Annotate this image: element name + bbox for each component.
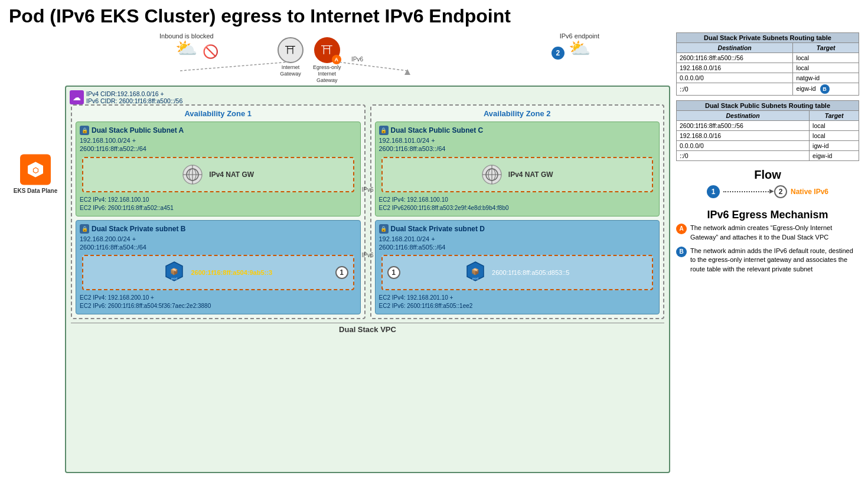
vpc-header: ☁ IPv4 CIDR:192.168.0.0/16 + IPv6 CIDR: …: [70, 90, 182, 104]
subnet-b-header: 🔒 Dual Stack Private subnet B: [80, 224, 357, 234]
nat-gw-c: IPv4 NAT GW: [381, 157, 654, 192]
svg-text:pod: pod: [472, 277, 478, 280]
page-title: Pod (IPv6 EKS Cluster) egress to Interne…: [9, 6, 859, 27]
router-svg-a: [182, 164, 203, 185]
content-area: ⬡ EKS Data Plane Inbound is blocked ⛅ 🚫 …: [9, 32, 859, 473]
vpc-ipv6: IPv6 CIDR: 2600:1f16:8ff:a500::/56: [86, 97, 182, 104]
badge-a-eigw: A: [332, 55, 341, 64]
public-rt-row-3: ::/0 eigw-id: [677, 151, 859, 161]
mechanism-text-b: The network admin adds the IPv6 default …: [690, 247, 859, 274]
private-rt-row-0: 2600:1f16:8ff:a500::/56 local: [677, 53, 859, 63]
vpc-bottom-label: Dual Stack VPC: [71, 323, 664, 334]
public-rt-row-2: 0.0.0.0/0 igw-id: [677, 141, 859, 151]
top-section: Inbound is blocked ⛅ 🚫 IPv6 endpoint ⛅ 2…: [65, 32, 670, 86]
router-svg-c: [481, 164, 502, 185]
svg-line-3: [180, 62, 289, 71]
eigw-icon-wrap: ⛩ A Egress-onlyInternetGateway: [313, 37, 341, 83]
az2-title: Availability Zone 2: [375, 109, 660, 118]
cloud-icon-left: ⛅: [175, 40, 197, 57]
cloud-icon-right: ⛅: [569, 40, 590, 57]
subnet-d-header: 🔒 Dual Stack Private subnet D: [379, 224, 656, 234]
nat-gw-label-a: IPv4 NAT GW: [209, 170, 254, 179]
ec2-private-a: EC2 IPv4: 192.168.200.10 + EC2 IPv6: 260…: [80, 294, 357, 310]
diagram-container: ⬡ EKS Data Plane Inbound is blocked ⛅ 🚫 …: [9, 32, 670, 473]
subnet-c-cidr: 192.168.101.0/24 + 2600:1f16:8ff:a503::/…: [379, 136, 656, 153]
flow-step1: 1: [707, 185, 720, 198]
badge-b-private-rt: B: [820, 84, 830, 94]
egress-mechanism-title: IPv6 Egress Mechanism: [676, 209, 859, 221]
vpc-box: ☁ IPv4 CIDR:192.168.0.0/16 + IPv6 CIDR: …: [65, 86, 670, 473]
igw-icon-wrap: ⛩ InternetGateway: [278, 37, 304, 77]
subnet-c-header: 🔒 Dual Stack Public Subnet C: [379, 126, 656, 135]
eks-data-plane: ⬡ EKS Data Plane: [9, 155, 62, 194]
step1-badge-az1: 1: [335, 266, 348, 279]
vpc-icon: ☁: [70, 90, 84, 104]
badge-b-label: B: [676, 247, 687, 257]
private-rt-row-2: 0.0.0.0/0 natgw-id: [677, 73, 859, 83]
right-panel: Dual Stack Private Subnets Routing table…: [676, 32, 859, 473]
lock-icon-d: 🔒: [379, 224, 389, 234]
pod-icon-d: 📦 pod: [465, 261, 486, 284]
subnet-b-name: Dual Stack Private subnet B: [92, 225, 185, 233]
az-columns: Availability Zone 1 🔒 Dual Stack Public …: [71, 104, 664, 319]
az1-title: Availability Zone 1: [76, 109, 361, 118]
subnet-b-cidr: 192.168.200.0/24 + 2600:1f16:8ff:a504::/…: [80, 235, 357, 252]
flow-section: Flow 1 2 Native IPv6: [676, 168, 859, 201]
nat-gw-label-c: IPv4 NAT GW: [508, 170, 553, 179]
svg-marker-5: [404, 69, 410, 75]
vpc-ipv4: IPv4 CIDR:192.168.0.0/16 +: [86, 90, 182, 97]
private-routing-table: Dual Stack Private Subnets Routing table…: [676, 32, 859, 96]
ipv6-top-label: IPv6: [351, 56, 363, 63]
mechanism-text-a: The network admin creates “Egress-Only I…: [690, 224, 859, 242]
pod-icon-a: 📦 pod: [164, 261, 185, 284]
igw-label: InternetGateway: [280, 64, 301, 77]
private-rt-row-3: ::/0 eigw-id B: [677, 83, 859, 96]
inbound-cloud: Inbound is blocked ⛅ 🚫: [159, 32, 214, 57]
mechanism-item-a: A The network admin creates “Egress-Only…: [676, 224, 859, 242]
vpc-cidr: IPv4 CIDR:192.168.0.0/16 + IPv6 CIDR: 26…: [86, 90, 182, 104]
public-rt-row-1: 192.168.0.0/16 local: [677, 131, 859, 141]
lock-icon-b: 🔒: [80, 224, 89, 234]
lock-icon-a: 🔒: [80, 126, 89, 135]
subnet-a-header: 🔒 Dual Stack Public Subnet A: [80, 126, 357, 135]
flow-row: 1 2 Native IPv6: [676, 185, 859, 198]
private-rt-row-1: 192.168.0.0/16 local: [677, 63, 859, 73]
public-subnet-a: 🔒 Dual Stack Public Subnet A 192.168.100…: [76, 122, 361, 216]
eigw-icon: ⛩ A: [314, 37, 340, 63]
svg-text:pod: pod: [171, 277, 177, 280]
ec2-private-d: EC2 IPv4: 192.168.201.10 + EC2 IPv6: 260…: [379, 294, 656, 310]
ipv6-endpoint-cloud: IPv6 endpoint ⛅ 2: [560, 32, 599, 57]
flow-title: Flow: [676, 168, 859, 182]
badge-a-label: A: [676, 224, 687, 234]
az1: Availability Zone 1 🔒 Dual Stack Public …: [71, 104, 366, 319]
eks-text: EKS Data Plane: [14, 188, 57, 194]
svg-line-4: [338, 62, 407, 71]
flow-type: Native IPv6: [791, 188, 828, 196]
flow-arrow: [723, 191, 771, 192]
page: Pod (IPv6 EKS Cluster) egress to Interne…: [0, 0, 868, 479]
step1-badge-az2: 1: [387, 266, 400, 279]
private-subnet-d: 🔒 Dual Stack Private subnet D 192.168.20…: [375, 220, 660, 315]
igw-icon: ⛩: [278, 37, 304, 63]
svg-text:⬡: ⬡: [32, 166, 39, 175]
subnet-c-name: Dual Stack Public Subnet C: [391, 126, 484, 134]
ec2-public-c: EC2 IPv4: 192.168.100.10 EC2 IPv62600:1f…: [379, 196, 656, 212]
ec2-public-a: EC2 IPv4: 192.168.100.10 EC2 IPv6: 2600:…: [80, 196, 357, 212]
subnet-d-cidr: 192.168.201.0/24 + 2600:1f16:8ff:a505::/…: [379, 235, 656, 252]
step2-badge-top: 2: [552, 47, 564, 60]
mechanism-item-b: B The network admin adds the IPv6 defaul…: [676, 247, 859, 274]
public-routing-table: Dual Stack Public Subnets Routing table …: [676, 100, 859, 161]
eigw-label: Egress-onlyInternetGateway: [313, 64, 341, 83]
flow-step2: 2: [774, 185, 787, 198]
svg-text:📦: 📦: [170, 267, 178, 275]
private-subnet-b: 🔒 Dual Stack Private subnet B 192.168.20…: [76, 220, 361, 315]
pod-box-d: 1 📦 pod 2600:1: [381, 255, 654, 290]
svg-text:📦: 📦: [471, 267, 479, 275]
pod-ipv6-a: 2600:1f16:8ff:a504:9ab5::3: [191, 269, 272, 276]
subnet-a-name: Dual Stack Public Subnet A: [92, 126, 184, 134]
pod-ipv6-d: 2600:1f16:8ff:a505:d853::5: [492, 269, 569, 276]
az2: Availability Zone 2 🔒 Dual Stack Public …: [370, 104, 665, 319]
subnet-d-name: Dual Stack Private subnet D: [391, 225, 485, 233]
nat-gw-a: IPv4 NAT GW: [82, 157, 354, 192]
eks-icon: ⬡: [20, 155, 51, 185]
